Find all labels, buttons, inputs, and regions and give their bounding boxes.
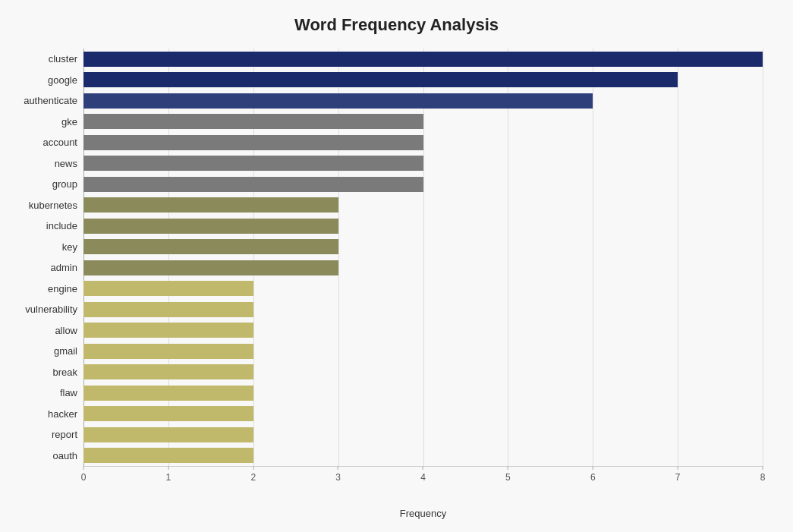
- bar-row: kubernetes: [83, 197, 763, 213]
- bar-row: gke: [83, 113, 763, 130]
- x-tick-line: [423, 466, 423, 470]
- x-tick: 0: [81, 466, 87, 483]
- bar-fill: [83, 135, 423, 150]
- bar-label: gmail: [2, 345, 77, 357]
- bar-label: flaw: [2, 387, 77, 398]
- bar-track: [83, 156, 763, 171]
- bar-label: break: [2, 367, 77, 378]
- x-tick-label: 7: [675, 472, 681, 483]
- bar-row: hacker: [83, 405, 763, 422]
- bar-label: authenticate: [2, 95, 77, 106]
- bar-fill: [83, 93, 593, 109]
- x-tick-line: [168, 466, 168, 470]
- bar-fill: [83, 406, 253, 421]
- bar-row: group: [83, 176, 763, 193]
- bar-row: flaw: [83, 385, 763, 401]
- bar-track: [83, 239, 763, 254]
- bar-fill: [83, 427, 253, 442]
- grid-line: [763, 49, 763, 466]
- bar-label: google: [2, 74, 77, 86]
- bar-fill: [83, 448, 253, 463]
- bar-label: include: [2, 220, 77, 231]
- bar-track: [83, 135, 763, 150]
- bar-track: [83, 52, 763, 67]
- bar-row: gmail: [83, 343, 763, 360]
- x-tick: 5: [505, 466, 511, 483]
- bar-label: admin: [2, 262, 77, 273]
- bar-fill: [83, 156, 423, 171]
- bar-label: engine: [2, 283, 77, 294]
- bar-label: cluster: [2, 53, 77, 65]
- x-ticks: 012345678: [83, 466, 763, 496]
- bar-track: [83, 177, 763, 192]
- x-tick: 7: [675, 466, 681, 483]
- x-tick-line: [338, 466, 338, 470]
- x-tick-label: 6: [590, 472, 596, 483]
- bar-row: admin: [83, 260, 763, 276]
- x-tick-label: 4: [420, 472, 426, 483]
- bar-label: oauth: [2, 450, 77, 461]
- bar-label: gke: [2, 116, 77, 127]
- bar-track: [83, 427, 763, 442]
- bar-track: [83, 281, 763, 296]
- x-tick-label: 5: [505, 472, 511, 483]
- x-tick-label: 2: [250, 472, 256, 483]
- bars-wrapper: clustergoogleauthenticategkeaccountnewsg…: [83, 49, 763, 466]
- bar-fill: [83, 114, 423, 129]
- x-axis-title: Frequency: [83, 508, 763, 519]
- bar-row: report: [83, 427, 763, 443]
- bar-label: report: [2, 429, 77, 440]
- x-tick-line: [253, 466, 253, 470]
- x-tick-line: [593, 466, 593, 470]
- bar-fill: [83, 239, 338, 254]
- chart-container: Word Frequency Analysis clustergoogleaut…: [0, 0, 793, 532]
- x-tick-label: 3: [335, 472, 341, 483]
- x-tick-line: [83, 466, 84, 470]
- x-tick-line: [763, 466, 763, 470]
- bar-label: account: [2, 137, 77, 148]
- x-tick-line: [508, 466, 508, 470]
- bar-track: [83, 406, 763, 421]
- bar-fill: [83, 260, 338, 275]
- chart-title: Word Frequency Analysis: [30, 15, 763, 35]
- x-axis: 012345678 Frequency: [83, 466, 763, 496]
- bar-track: [83, 219, 763, 234]
- bar-track: [83, 93, 763, 109]
- bar-track: [83, 364, 763, 379]
- bar-fill: [83, 281, 253, 296]
- bar-label: key: [2, 241, 77, 253]
- bar-track: [83, 260, 763, 275]
- bar-row: google: [83, 71, 763, 88]
- bar-label: allow: [2, 325, 77, 336]
- bar-row: key: [83, 238, 763, 255]
- x-tick: 8: [760, 466, 766, 483]
- bar-track: [83, 386, 763, 401]
- bar-fill: [83, 302, 253, 317]
- bar-track: [83, 72, 763, 87]
- bar-track: [83, 344, 763, 359]
- bar-fill: [83, 177, 423, 192]
- bar-fill: [83, 386, 253, 401]
- bar-row: account: [83, 134, 763, 151]
- bar-row: authenticate: [83, 93, 763, 109]
- x-tick: 6: [590, 466, 596, 483]
- bar-row: include: [83, 218, 763, 235]
- bar-label: hacker: [2, 408, 77, 420]
- bar-fill: [83, 344, 253, 359]
- bar-label: group: [2, 178, 77, 190]
- x-tick: 1: [166, 466, 172, 483]
- bar-label: news: [2, 158, 77, 169]
- bar-track: [83, 302, 763, 317]
- bar-row: vulnerability: [83, 301, 763, 318]
- x-tick-line: [678, 466, 678, 470]
- x-tick: 3: [335, 466, 341, 483]
- x-tick-label: 8: [760, 472, 766, 483]
- bar-fill: [83, 219, 338, 234]
- x-tick-label: 0: [81, 472, 87, 483]
- bar-track: [83, 448, 763, 463]
- bar-fill: [83, 72, 678, 87]
- bar-fill: [83, 197, 338, 212]
- x-tick-label: 1: [166, 472, 172, 483]
- chart-area: clustergoogleauthenticategkeaccountnewsg…: [83, 49, 763, 496]
- bar-label: kubernetes: [2, 200, 77, 211]
